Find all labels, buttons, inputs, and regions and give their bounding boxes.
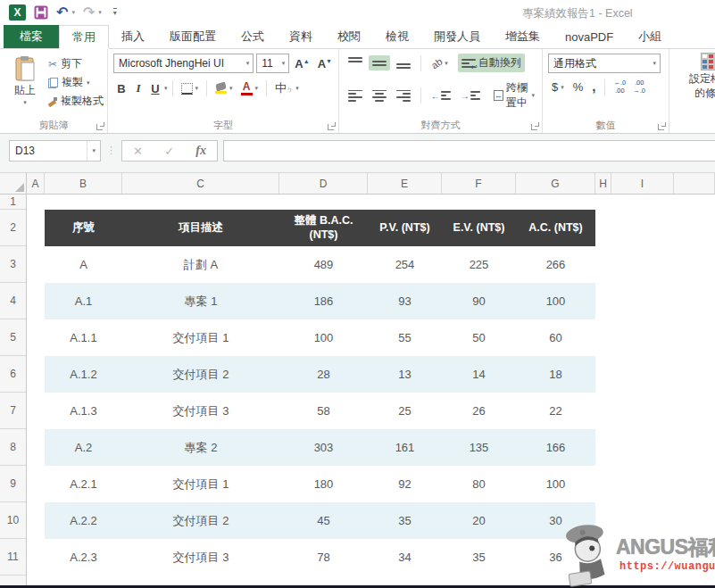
- align-center-button[interactable]: [369, 88, 390, 104]
- font-size-dropdown-icon[interactable]: ▾: [279, 60, 289, 67]
- table-header-cell[interactable]: A.C. (NT$): [516, 210, 595, 246]
- table-header-cell[interactable]: E.V. (NT$): [442, 210, 516, 246]
- conditional-formatting-button[interactable]: ≠ 設定格式的條件: [669, 49, 715, 133]
- excel-logo-icon[interactable]: X: [9, 4, 26, 21]
- cell-id[interactable]: A.2.1: [45, 466, 122, 502]
- cell-ac[interactable]: 166: [516, 429, 595, 466]
- cell-description[interactable]: 交付項目 1: [122, 466, 279, 502]
- cell-id[interactable]: A: [45, 246, 122, 283]
- cell-pv[interactable]: 93: [368, 283, 442, 319]
- borders-dropdown-icon[interactable]: ▾: [195, 85, 199, 92]
- cell-description[interactable]: 交付項目 2: [122, 356, 279, 393]
- cell-id[interactable]: A.1.2: [45, 356, 122, 393]
- cell-ev[interactable]: 80: [442, 466, 516, 502]
- column-header[interactable]: H: [595, 173, 611, 194]
- cell-ev[interactable]: 20: [442, 502, 516, 539]
- table-header-cell[interactable]: P.V. (NT$): [368, 210, 442, 246]
- ribbon-tab[interactable]: 公式: [229, 25, 277, 48]
- ribbon-tab[interactable]: 開發人員: [421, 25, 493, 48]
- cell-pv[interactable]: 25: [368, 393, 442, 429]
- row-header[interactable]: 4: [0, 283, 26, 319]
- phonetic-button[interactable]: 中ㄅ ▾: [271, 79, 303, 98]
- name-box[interactable]: D13 ▾: [9, 140, 101, 161]
- font-color-button[interactable]: A ▾: [237, 79, 262, 98]
- cell-ac[interactable]: 22: [516, 393, 595, 429]
- ribbon-tab[interactable]: 小組: [626, 25, 674, 48]
- number-dialog-launcher[interactable]: [658, 122, 666, 130]
- cell-id[interactable]: A.1.1: [45, 319, 122, 356]
- ribbon-tab[interactable]: 檔案: [4, 25, 59, 48]
- row-header[interactable]: 7: [0, 393, 26, 429]
- cell-ev[interactable]: 135: [442, 429, 516, 466]
- fill-color-button[interactable]: ▾: [212, 81, 237, 96]
- table-header-cell[interactable]: 項目描述: [122, 210, 279, 246]
- cell-description[interactable]: 交付項目 3: [122, 539, 279, 576]
- cancel-icon[interactable]: ✕: [133, 145, 143, 158]
- number-format-combo[interactable]: 通用格式 ▾: [548, 54, 661, 73]
- cell-ev[interactable]: 35: [442, 539, 516, 576]
- cell-bac[interactable]: 180: [279, 466, 368, 502]
- font-dialog-launcher[interactable]: [328, 122, 336, 130]
- paste-dropdown-icon[interactable]: ▾: [23, 99, 27, 106]
- cut-button[interactable]: ✂ 剪下: [48, 56, 104, 71]
- cell-ev[interactable]: 26: [442, 393, 516, 429]
- increase-font-button[interactable]: A▲: [292, 57, 312, 70]
- cell-bac[interactable]: 186: [279, 283, 368, 319]
- orientation-dropdown-icon[interactable]: ▾: [445, 60, 448, 67]
- cell-ev[interactable]: 50: [442, 319, 516, 356]
- top-align-button[interactable]: [345, 55, 366, 70]
- ribbon-tab[interactable]: 校閱: [325, 25, 373, 48]
- cell-pv[interactable]: 35: [368, 502, 442, 539]
- font-name-dropdown-icon[interactable]: ▾: [243, 60, 254, 67]
- cell-ev[interactable]: 225: [442, 246, 516, 283]
- bold-button[interactable]: B: [113, 80, 129, 97]
- align-right-button[interactable]: [393, 88, 414, 104]
- cell-description[interactable]: 交付項目 2: [122, 502, 279, 539]
- table-header-cell[interactable]: 整體 B.A.C. (NT$): [279, 210, 368, 246]
- column-header[interactable]: I: [611, 173, 674, 194]
- cell-pv[interactable]: 13: [368, 356, 442, 393]
- redo-dropdown-icon[interactable]: ▾: [98, 9, 102, 16]
- ribbon-tab[interactable]: 常用: [59, 25, 109, 49]
- cell-ac[interactable]: 60: [516, 319, 595, 356]
- formula-input[interactable]: [223, 140, 715, 161]
- row-header[interactable]: 8: [0, 429, 26, 466]
- currency-dropdown-icon[interactable]: ▾: [561, 84, 564, 91]
- cell-id[interactable]: A.1.3: [45, 393, 122, 429]
- cell-pv[interactable]: 34: [368, 539, 442, 576]
- font-name-combo[interactable]: Microsoft JhengHei UI ▾: [113, 54, 254, 73]
- cell-description[interactable]: 交付項目 1: [122, 319, 279, 356]
- undo-dropdown-icon[interactable]: ▾: [71, 9, 75, 16]
- ribbon-tab[interactable]: 資料: [277, 25, 325, 48]
- name-box-dropdown-icon[interactable]: ▾: [87, 141, 100, 161]
- wrap-text-button[interactable]: 自動換列: [458, 54, 525, 72]
- copy-button[interactable]: 複製 ▾: [48, 75, 104, 90]
- ribbon-tab[interactable]: 檢視: [373, 25, 421, 48]
- decrease-font-button[interactable]: A▼: [315, 57, 335, 70]
- ribbon-tab[interactable]: 增益集: [493, 25, 553, 48]
- cell-description[interactable]: 專案 1: [122, 283, 279, 319]
- cell-bac[interactable]: 100: [279, 319, 368, 356]
- paste-button[interactable]: 貼上 ▾: [5, 54, 45, 119]
- cell-pv[interactable]: 55: [368, 319, 442, 356]
- fill-color-dropdown-icon[interactable]: ▾: [229, 85, 233, 92]
- increase-decimal-button[interactable]: ←.0.00: [611, 79, 628, 95]
- column-header[interactable]: B: [45, 173, 122, 194]
- currency-button[interactable]: $▾: [548, 79, 568, 95]
- ribbon-tab[interactable]: 版面配置: [157, 25, 229, 48]
- column-header[interactable]: F: [442, 173, 516, 194]
- cell-bac[interactable]: 45: [279, 502, 368, 539]
- row-header[interactable]: 2: [0, 210, 26, 246]
- alignment-dialog-launcher[interactable]: [531, 122, 539, 130]
- cell-bac[interactable]: 78: [279, 539, 368, 576]
- cell-bac[interactable]: 303: [279, 429, 368, 466]
- enter-icon[interactable]: ✓: [164, 145, 174, 158]
- column-header[interactable]: G: [516, 173, 595, 194]
- format-painter-button[interactable]: 複製格式: [48, 94, 104, 109]
- redo-button[interactable]: ↷ ▾: [83, 5, 102, 20]
- column-header[interactable]: E: [368, 173, 442, 194]
- cell-pv[interactable]: 254: [368, 246, 442, 283]
- decrease-decimal-button[interactable]: .00→.0: [630, 79, 648, 95]
- cell-pv[interactable]: 161: [368, 429, 442, 466]
- cell-ev[interactable]: 90: [442, 283, 516, 319]
